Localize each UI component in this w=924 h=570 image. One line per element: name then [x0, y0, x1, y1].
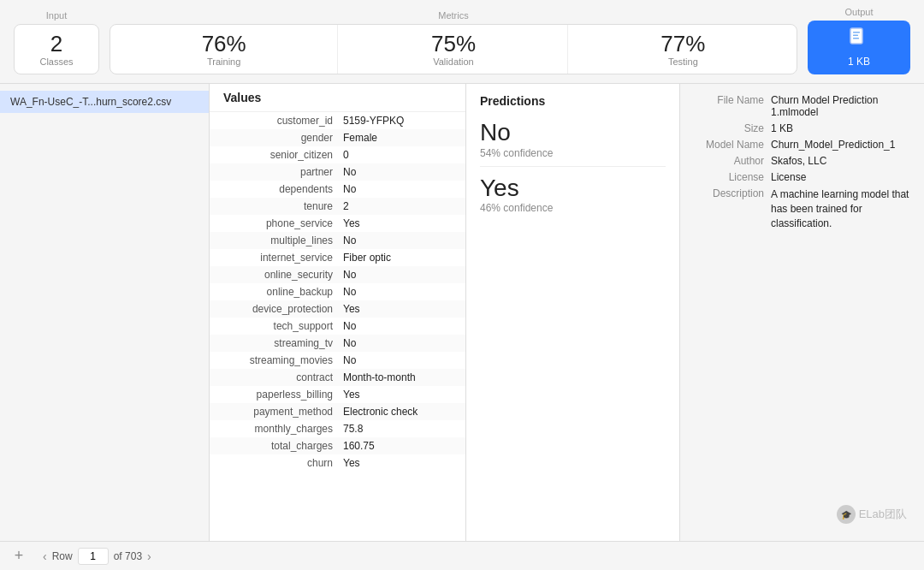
- field-name: gender: [223, 132, 343, 144]
- metrics-section: Metrics 76% Training 75% Validation 77% …: [110, 10, 797, 74]
- field-value: Electronic check: [343, 406, 452, 418]
- field-name: streaming_tv: [223, 337, 343, 349]
- table-row: tenure 2: [210, 198, 465, 215]
- output-box[interactable]: 1 KB: [808, 21, 910, 74]
- field-value: No: [343, 320, 452, 332]
- field-value: No: [343, 235, 452, 246]
- field-name: internet_service: [223, 252, 343, 264]
- table-row: contract Month-to-month: [210, 369, 465, 386]
- table-row: gender Female: [210, 129, 465, 146]
- next-row-button[interactable]: ›: [147, 549, 151, 563]
- metric-testing-label: Testing: [668, 56, 698, 67]
- app-container: Input 2 Classes Metrics 76% Training 75%…: [0, 0, 924, 570]
- prediction-no: No 54% confidence: [480, 118, 666, 159]
- field-name: partner: [223, 166, 343, 178]
- input-section: Input 2 Classes: [14, 10, 99, 74]
- input-sublabel: Classes: [39, 56, 73, 67]
- field-name: payment_method: [223, 406, 343, 418]
- row-navigation: ‹ Row of 703 ›: [43, 548, 151, 565]
- metrics-label: Metrics: [438, 10, 468, 21]
- table-row: internet_service Fiber optic: [210, 249, 465, 266]
- field-value: 5159-YFPKQ: [343, 115, 452, 127]
- table-row: payment_method Electronic check: [210, 403, 465, 420]
- info-label: License: [694, 171, 771, 183]
- field-value: No: [343, 166, 452, 178]
- watermark-text: ELab团队: [859, 507, 907, 522]
- field-value: No: [343, 354, 452, 366]
- field-value: No: [343, 183, 452, 195]
- file-item[interactable]: WA_Fn-UseC_-T...hurn_score2.csv: [0, 91, 209, 113]
- metrics-boxes: 76% Training 75% Validation 77% Testing: [110, 24, 797, 74]
- field-value: Month-to-month: [343, 371, 452, 383]
- prediction-no-class: No: [480, 118, 666, 147]
- field-value: 160.75: [343, 440, 452, 452]
- field-value: Yes: [343, 303, 452, 315]
- field-name: online_backup: [223, 286, 343, 298]
- table-row: churn Yes: [210, 454, 465, 472]
- field-name: monthly_charges: [223, 423, 343, 435]
- add-button[interactable]: +: [10, 547, 27, 565]
- field-value: No: [343, 337, 452, 349]
- field-value: No: [343, 286, 452, 298]
- info-label: Model Name: [694, 139, 771, 151]
- field-name: tech_support: [223, 320, 343, 332]
- svg-rect-3: [853, 38, 859, 39]
- svg-rect-2: [853, 35, 858, 37]
- field-name: streaming_movies: [223, 354, 343, 366]
- input-box: 2 Classes: [14, 24, 99, 74]
- info-value: A machine learning model that has been t…: [771, 187, 910, 230]
- table-row: total_charges 160.75: [210, 437, 465, 454]
- output-size-label: 1 KB: [848, 56, 870, 68]
- row-input[interactable]: [78, 548, 109, 565]
- metric-validation-label: Validation: [433, 56, 474, 67]
- input-label: Input: [46, 10, 67, 21]
- field-name: contract: [223, 371, 343, 383]
- table-row: multiple_lines No: [210, 232, 465, 249]
- field-value: 75.8: [343, 423, 452, 435]
- metric-testing-value: 77%: [660, 32, 705, 56]
- predictions-panel: Predictions No 54% confidence Yes 46% co…: [466, 84, 680, 541]
- field-value: No: [343, 269, 452, 281]
- row-label: Row: [52, 550, 73, 562]
- info-value: License: [771, 171, 910, 183]
- field-value: 2: [343, 200, 452, 212]
- info-value: Churn_Model_Prediction_1: [771, 139, 910, 151]
- prediction-no-confidence: 54% confidence: [480, 147, 666, 159]
- prediction-yes-class: Yes: [480, 174, 666, 203]
- prediction-yes: Yes 46% confidence: [480, 174, 666, 215]
- table-row: online_security No: [210, 266, 465, 283]
- info-panel: File Name Churn Model Prediction 1.mlmod…: [680, 84, 924, 541]
- field-value: Fiber optic: [343, 252, 452, 264]
- table-row: tech_support No: [210, 318, 465, 335]
- field-name: paperless_billing: [223, 389, 343, 401]
- table-row: dependents No: [210, 181, 465, 198]
- watermark-icon: 🎓: [837, 505, 856, 524]
- table-row: device_protection Yes: [210, 300, 465, 318]
- field-value: Yes: [343, 389, 452, 401]
- table-row: senior_citizen 0: [210, 146, 465, 163]
- field-name: tenure: [223, 200, 343, 212]
- field-name: customer_id: [223, 115, 343, 127]
- info-label: File Name: [694, 94, 771, 118]
- file-panel: WA_Fn-UseC_-T...hurn_score2.csv: [0, 84, 210, 541]
- metric-training: 76% Training: [110, 25, 338, 74]
- values-table: customer_id 5159-YFPKQ gender Female sen…: [210, 112, 465, 472]
- field-name: total_charges: [223, 440, 343, 452]
- prediction-divider: [480, 166, 666, 167]
- field-value: Female: [343, 132, 452, 144]
- info-value: Churn Model Prediction 1.mlmodel: [771, 94, 910, 118]
- table-row: streaming_movies No: [210, 352, 465, 369]
- values-header: Values: [210, 84, 465, 112]
- info-label: Size: [694, 122, 771, 134]
- metric-validation-value: 75%: [431, 32, 476, 56]
- field-value: Yes: [343, 217, 452, 229]
- input-value: 2: [50, 32, 62, 56]
- table-row: customer_id 5159-YFPKQ: [210, 112, 465, 129]
- prev-row-button[interactable]: ‹: [43, 549, 47, 563]
- info-row: File Name Churn Model Prediction 1.mlmod…: [694, 94, 910, 118]
- info-label: Description: [694, 187, 771, 230]
- svg-rect-1: [853, 32, 860, 33]
- field-name: dependents: [223, 183, 343, 195]
- main-content: WA_Fn-UseC_-T...hurn_score2.csv Values c…: [0, 84, 924, 541]
- metric-testing: 77% Testing: [570, 25, 797, 74]
